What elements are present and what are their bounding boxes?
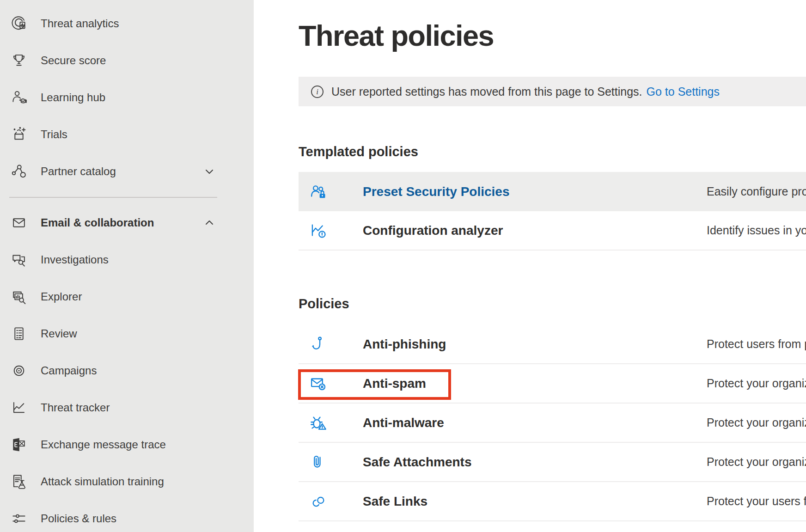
partner-catalog-icon — [10, 163, 28, 180]
exchange-icon — [10, 436, 28, 453]
sidebar-item-review[interactable]: Review — [0, 315, 254, 352]
row-description: Protect your users fr — [707, 495, 806, 508]
policies-rules-icon — [10, 510, 28, 527]
sidebar-item-label: Email & collaboration — [41, 216, 154, 229]
page-title: Threat policies — [299, 19, 806, 52]
policies-list: Anti-phishing Protect users from p Anti-… — [299, 325, 806, 521]
sidebar-item-threat-analytics[interactable]: Threat analytics — [0, 5, 254, 42]
row-label[interactable]: Safe Links — [363, 494, 707, 509]
sidebar-item-label: Partner catalog — [41, 165, 116, 178]
section-heading-templated-policies: Templated policies — [299, 144, 806, 159]
row-description: Protect your organiz — [707, 455, 806, 469]
trials-icon — [10, 126, 28, 143]
sidebar-item-label: Attack simulation training — [41, 475, 164, 488]
info-banner: i User reported settings has moved from … — [299, 77, 806, 106]
section-heading-policies: Policies — [299, 296, 806, 312]
info-icon: i — [311, 86, 324, 98]
sidebar-item-campaigns[interactable]: Campaigns — [0, 352, 254, 389]
investigations-icon — [10, 251, 28, 269]
threat-analytics-icon — [10, 15, 28, 32]
sidebar-item-threat-tracker[interactable]: Threat tracker — [0, 389, 254, 426]
row-label[interactable]: Preset Security Policies — [363, 184, 707, 199]
anti-phishing-icon — [309, 335, 328, 354]
threat-tracker-icon — [10, 399, 28, 416]
sidebar-item-label: Explorer — [41, 290, 82, 303]
row-label[interactable]: Anti-spam — [363, 376, 707, 391]
learning-hub-icon — [10, 89, 28, 106]
sidebar-item-policies-rules[interactable]: Policies & rules — [0, 500, 254, 532]
sidebar-item-learning-hub[interactable]: Learning hub — [0, 79, 254, 116]
sidebar-item-label: Trials — [41, 128, 67, 141]
row-configuration-analyzer[interactable]: Configuration analyzer Identify issues i… — [299, 211, 806, 251]
sidebar-item-label: Learning hub — [41, 91, 105, 104]
sidebar-item-explorer[interactable]: Explorer — [0, 278, 254, 315]
row-label[interactable]: Configuration analyzer — [363, 223, 707, 238]
row-preset-security-policies[interactable]: Preset Security Policies Easily configur… — [299, 172, 806, 211]
row-description: Identify issues in you — [707, 224, 806, 237]
sidebar-item-label: Policies & rules — [41, 512, 116, 525]
row-label[interactable]: Anti-malware — [363, 416, 707, 430]
sidebar-item-partner-catalog[interactable]: Partner catalog — [0, 153, 254, 190]
row-anti-spam[interactable]: Anti-spam Protect your organiz — [299, 364, 806, 404]
explorer-icon — [10, 288, 28, 306]
anti-spam-icon — [309, 374, 328, 393]
sidebar-item-attack-simulation-training[interactable]: Attack simulation training — [0, 463, 254, 500]
sidebar-item-label: Campaigns — [41, 364, 97, 377]
chevron-up-icon — [204, 217, 215, 228]
sidebar-item-investigations[interactable]: Investigations — [0, 241, 254, 278]
sidebar: Threat analytics Secure score Learning h… — [0, 0, 254, 532]
row-description: Protect your organiz — [707, 416, 806, 429]
go-to-settings-link[interactable]: Go to Settings — [647, 85, 720, 98]
row-description: Protect your organiz — [707, 377, 806, 390]
preset-security-policies-icon — [309, 182, 328, 202]
review-icon — [10, 325, 28, 342]
attack-simulation-icon — [10, 473, 28, 490]
templated-policies-list: Preset Security Policies Easily configur… — [299, 172, 806, 251]
campaigns-icon — [10, 362, 28, 379]
row-description: Protect users from p — [707, 337, 806, 351]
row-anti-malware[interactable]: Anti-malware Protect your organiz — [299, 404, 806, 443]
main-content: Threat policies i User reported settings… — [254, 0, 806, 532]
sidebar-divider — [0, 190, 254, 204]
safe-links-icon — [309, 492, 328, 511]
sidebar-item-label: Threat tracker — [41, 401, 110, 414]
chevron-down-icon — [204, 166, 215, 177]
sidebar-item-label: Exchange message trace — [41, 438, 166, 451]
row-anti-phishing[interactable]: Anti-phishing Protect users from p — [299, 325, 806, 364]
mail-icon — [10, 214, 28, 232]
sidebar-item-label: Review — [41, 327, 77, 340]
configuration-analyzer-icon — [309, 221, 328, 240]
sidebar-item-trials[interactable]: Trials — [0, 116, 254, 153]
row-label[interactable]: Safe Attachments — [363, 455, 707, 470]
row-safe-attachments[interactable]: Safe Attachments Protect your organiz — [299, 443, 806, 482]
sidebar-item-email-collaboration[interactable]: Email & collaboration — [0, 204, 254, 241]
sidebar-item-label: Investigations — [41, 253, 109, 266]
defender-portal: Threat analytics Secure score Learning h… — [0, 0, 806, 532]
trophy-icon — [10, 52, 28, 69]
sidebar-item-label: Threat analytics — [41, 17, 119, 30]
sidebar-item-exchange-message-trace[interactable]: Exchange message trace — [0, 426, 254, 463]
row-safe-links[interactable]: Safe Links Protect your users fr — [299, 482, 806, 521]
row-description: Easily configure prot — [707, 185, 806, 198]
anti-malware-icon — [309, 413, 328, 433]
sidebar-item-label: Secure score — [41, 54, 106, 67]
sidebar-item-secure-score[interactable]: Secure score — [0, 42, 254, 79]
row-label[interactable]: Anti-phishing — [363, 337, 707, 352]
banner-text: User reported settings has moved from th… — [331, 85, 642, 98]
safe-attachments-icon — [309, 453, 328, 472]
